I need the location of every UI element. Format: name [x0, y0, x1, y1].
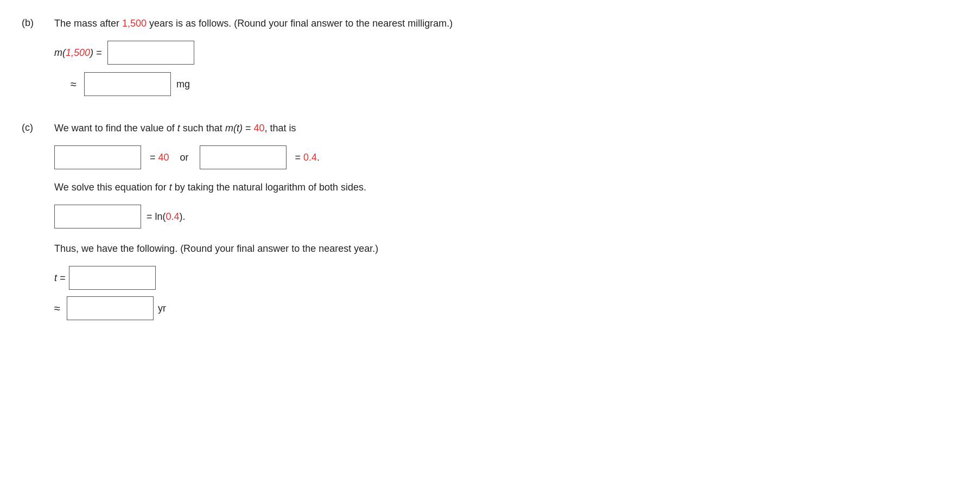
part-c-desc1: We want to find the value of: [54, 123, 177, 134]
part-c-approx-symbol: ≈: [54, 302, 60, 315]
part-c-yr-input[interactable]: [67, 296, 154, 320]
part-c-ln-input[interactable]: [54, 205, 141, 228]
part-c-ln-equals: = ln(0.4).: [147, 211, 186, 223]
part-c-solve1: We solve this equation for: [54, 182, 169, 193]
part-b-mass-input[interactable]: [107, 41, 194, 65]
part-c-equals1: =: [243, 123, 254, 134]
part-b-mg-label: mg: [176, 79, 190, 90]
part-c-label: (c): [22, 121, 54, 134]
part-c-t-input[interactable]: [69, 266, 156, 290]
part-b-mg-input[interactable]: [84, 72, 171, 96]
part-c-input1[interactable]: [54, 145, 141, 169]
part-c-solve2: by taking the natural logarithm of both …: [172, 182, 366, 193]
part-c-solve-text: We solve this equation for t by taking t…: [54, 180, 958, 195]
part-c-desc3: , that is: [264, 123, 296, 134]
part-c-content: We want to find the value of t such that…: [54, 121, 958, 326]
part-c-or: or: [180, 152, 189, 163]
part-c-eq2-equals: = 0.4.: [295, 152, 320, 163]
part-c-eq1-equals: = 40: [150, 152, 169, 163]
part-b-label: (b): [22, 16, 54, 29]
part-c-t-row: t =: [54, 266, 958, 290]
part-c-ln-row: = ln(0.4).: [54, 205, 958, 228]
part-b-content: The mass after 1,500 years is as follows…: [54, 16, 958, 104]
part-b-section: (b) The mass after 1,500 years is as fol…: [22, 16, 958, 104]
part-c-approx-row: ≈ yr: [54, 296, 958, 320]
part-b-m-row: m(1,500) =: [54, 41, 958, 65]
part-c-t-label: t =: [54, 272, 66, 284]
m-label: m(1,500) =: [54, 47, 102, 59]
part-b-year: 1,500: [122, 18, 147, 29]
part-b-description: The mass after 1,500 years is as follows…: [54, 16, 958, 31]
part-c-letter: (c): [22, 122, 33, 133]
part-c-thus-text: Thus, we have the following. (Round your…: [54, 242, 958, 256]
part-b-desc-start: The mass after: [54, 18, 122, 29]
part-b-letter: (b): [22, 17, 34, 28]
part-b-approx-row: ≈ mg: [71, 72, 958, 96]
part-c-desc2: such that: [180, 123, 225, 134]
part-c-mt: m(t): [225, 123, 243, 134]
part-c-description: We want to find the value of t such that…: [54, 121, 958, 136]
part-c-section: (c) We want to find the value of t such …: [22, 121, 958, 326]
part-b-approx-symbol: ≈: [71, 78, 77, 91]
part-c-equation-row: = 40 or = 0.4.: [54, 145, 958, 169]
part-c-yr-label: yr: [158, 303, 166, 314]
part-c-input2[interactable]: [200, 145, 287, 169]
part-c-40: 40: [253, 123, 264, 134]
part-b-desc-end: years is as follows. (Round your final a…: [147, 18, 453, 29]
